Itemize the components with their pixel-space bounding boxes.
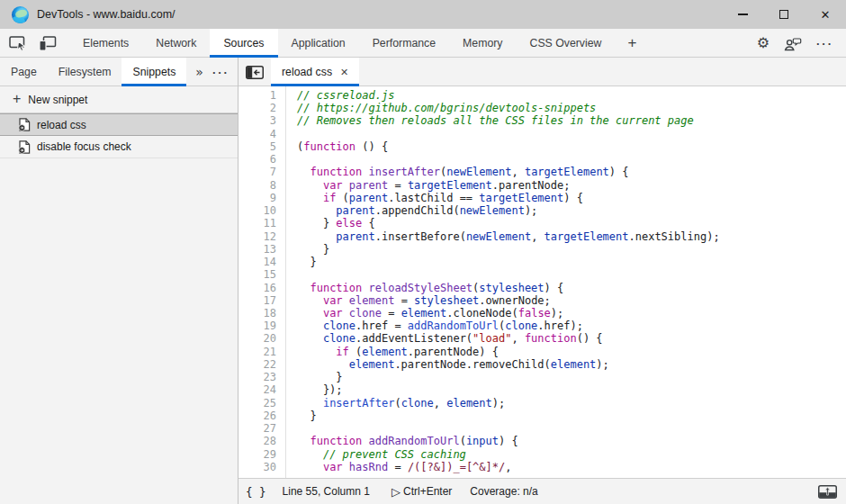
code-line: } <box>297 371 846 383</box>
code-line: if (parent.lastChild == targetElement) { <box>297 192 846 204</box>
maximize-icon <box>779 10 788 19</box>
toolbar-right-icons: ⚙ ··· <box>757 29 846 58</box>
inspect-element-icon[interactable] <box>9 35 28 51</box>
toolbar-left-icons <box>0 29 57 58</box>
code-line: parent.insertBefore(newElement, targetEl… <box>297 230 846 243</box>
line-number: 5 <box>238 140 276 153</box>
code-line: }); <box>297 383 846 396</box>
code-line: function reloadStyleSheet(stylesheet) { <box>297 282 846 294</box>
line-number: 19 <box>238 320 276 332</box>
code-line <box>297 268 846 281</box>
tab-css-overview[interactable]: CSS Overview <box>517 29 616 58</box>
editor-pane: reload css ✕ 123456789101112131415161718… <box>238 58 846 504</box>
maximize-button[interactable] <box>763 0 805 29</box>
code-line: // Removes then reloads all the CSS file… <box>297 114 846 127</box>
line-number: 22 <box>238 358 276 371</box>
tab-network[interactable]: Network <box>142 29 210 58</box>
navigator-tabstrip: PageFilesystemSnippets » ··· <box>0 58 238 86</box>
code-line: if (element.parentNode) { <box>297 346 846 358</box>
new-snippet-label: New snippet <box>28 94 87 106</box>
pretty-print-icon[interactable]: { } <box>246 485 266 499</box>
code-line <box>297 153 846 166</box>
tab-overflow-chevron-icon[interactable]: » <box>186 58 212 86</box>
line-number: 23 <box>238 371 276 383</box>
code-line: insertAfter(clone, element); <box>297 397 846 410</box>
line-number: 24 <box>238 383 276 396</box>
code-line: // prevent CSS caching <box>297 448 846 461</box>
close-button[interactable]: ✕ <box>805 0 846 29</box>
tab-performance[interactable]: Performance <box>359 29 449 58</box>
code-line <box>297 422 846 435</box>
edge-logo-icon <box>12 6 29 23</box>
code-line: var hasRnd = /([?&])_=[^&]*/, <box>297 461 846 473</box>
line-number: 17 <box>238 294 276 307</box>
line-number: 26 <box>238 410 276 422</box>
code-line <box>297 128 846 140</box>
minimize-button[interactable] <box>722 0 763 29</box>
snippet-item-disable-focus-check[interactable]: disable focus check <box>0 136 238 158</box>
line-number: 30 <box>238 461 276 473</box>
navigator-tab-snippets[interactable]: Snippets <box>122 58 186 86</box>
code-line: var clone = element.cloneNode(false); <box>297 307 846 320</box>
tab-elements[interactable]: Elements <box>69 29 142 58</box>
tab-memory[interactable]: Memory <box>449 29 516 58</box>
tab-sources[interactable]: Sources <box>210 29 277 58</box>
snippet-list: reload css disable focus check <box>0 113 238 158</box>
line-number: 7 <box>238 166 276 178</box>
minimize-icon <box>738 14 748 14</box>
cursor-position-label: Line 55, Column 1 <box>283 485 370 498</box>
toggle-navigator-icon[interactable] <box>238 58 271 86</box>
code-line: parent.appendChild(newElement); <box>297 204 846 217</box>
line-number: 15 <box>238 268 276 281</box>
line-number: 18 <box>238 307 276 320</box>
devtools-window: DevTools - www.baidu.com/ ✕ ElementsNe <box>0 0 846 504</box>
code-line: (function () { <box>297 140 846 153</box>
line-number: 8 <box>238 179 276 192</box>
close-tab-icon[interactable]: ✕ <box>340 67 348 78</box>
navigator-tab-page[interactable]: Page <box>0 58 48 86</box>
editor-tab-reload-css[interactable]: reload css ✕ <box>271 58 359 86</box>
code-line: } <box>297 243 846 256</box>
device-toolbar-icon[interactable] <box>39 36 57 51</box>
coverage-label: Coverage: n/a <box>470 485 537 498</box>
snippet-file-icon <box>18 140 31 154</box>
line-number: 3 <box>238 114 276 127</box>
window-controls: ✕ <box>722 0 846 29</box>
feedback-icon[interactable] <box>784 36 802 51</box>
line-number: 20 <box>238 332 276 345</box>
line-number: 25 <box>238 397 276 410</box>
more-tabs-button[interactable]: + <box>615 29 649 58</box>
snippet-item-reload-css[interactable]: reload css <box>0 113 238 136</box>
code-editor[interactable]: 1234567891011121314151617181920212223242… <box>238 86 846 478</box>
line-number: 12 <box>238 230 276 243</box>
code-line: var parent = targetElement.parentNode; <box>297 179 846 192</box>
settings-gear-icon[interactable]: ⚙ <box>757 36 770 50</box>
run-snippet-control[interactable]: ▷ Ctrl+Enter <box>392 485 452 499</box>
gutter: 1234567891011121314151617181920212223242… <box>238 86 286 478</box>
line-number: 9 <box>238 192 276 204</box>
code-line: element.parentNode.removeChild(element); <box>297 358 846 371</box>
code-line: } else { <box>297 217 846 230</box>
devtools-toolbar: ElementsNetworkSourcesApplicationPerform… <box>0 29 846 58</box>
snippet-item-label: disable focus check <box>37 140 131 153</box>
line-number: 11 <box>238 217 276 230</box>
line-number: 13 <box>238 243 276 256</box>
navigator-tab-filesystem[interactable]: Filesystem <box>48 58 122 86</box>
code-line: } <box>297 410 846 422</box>
line-number: 6 <box>238 153 276 166</box>
more-options-icon[interactable]: ··· <box>816 37 833 50</box>
snippet-file-icon <box>18 118 31 131</box>
code-line: clone.addEventListener("load", function(… <box>297 332 846 345</box>
code-line: var element = stylesheet.ownerNode; <box>297 294 846 307</box>
toggle-console-drawer-icon[interactable] <box>818 485 837 499</box>
tab-application[interactable]: Application <box>278 29 359 58</box>
window-title: DevTools - www.baidu.com/ <box>37 8 176 21</box>
editor-statusbar: { } Line 55, Column 1 ▷ Ctrl+Enter Cover… <box>238 478 846 504</box>
line-number: 10 <box>238 204 276 217</box>
code-line: // cssreload.js <box>297 89 846 102</box>
snippet-item-label: reload css <box>37 119 86 131</box>
line-number: 4 <box>238 128 276 140</box>
line-number: 2 <box>238 102 276 114</box>
line-number: 14 <box>238 256 276 268</box>
new-snippet-button[interactable]: + New snippet <box>0 86 238 113</box>
